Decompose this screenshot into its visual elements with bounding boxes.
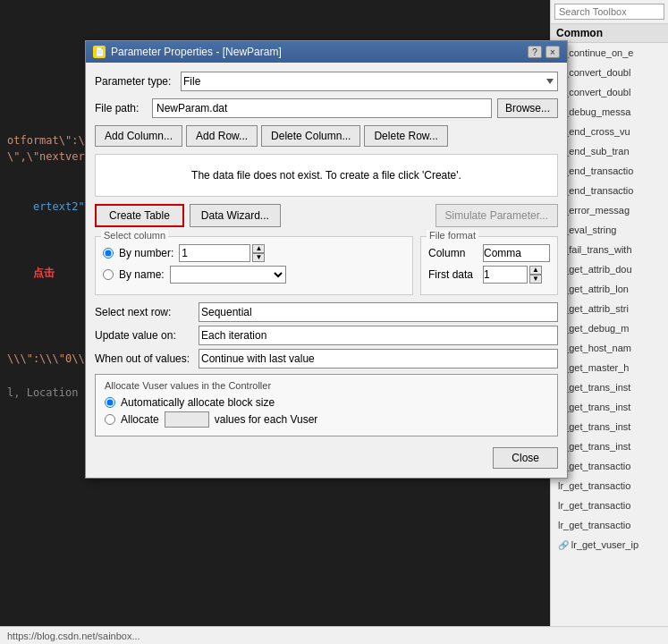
param-type-label: Parameter type:: [95, 75, 175, 88]
first-data-input[interactable]: [483, 266, 528, 284]
select-next-row-select[interactable]: Sequential: [199, 302, 558, 322]
close-dialog-button[interactable]: Close: [493, 447, 558, 469]
sidebar-item-9[interactable]: lr_eval_string: [551, 220, 668, 240]
filepath-row: File path: NewParam.dat Browse...: [95, 98, 558, 118]
data-wizard-button[interactable]: Data Wizard...: [190, 204, 281, 227]
parameter-properties-dialog: 📄 Parameter Properties - [NewParam] ? × …: [85, 40, 568, 479]
select-column-box: Select column By number: ▲ ▼ By name:: [95, 236, 413, 295]
manual-allocate-row: Allocate values for each Vuser: [105, 411, 548, 428]
when-out-select[interactable]: Continue with last value: [199, 349, 558, 369]
by-name-select[interactable]: [170, 266, 286, 284]
url-text: https://blog.csdn.net/sainbox...: [7, 631, 140, 641]
add-row-button[interactable]: Add Row...: [186, 125, 258, 147]
column-format-label: Column: [428, 247, 478, 259]
sidebar-items-list: lr_continue_on_e lr_convert_doubl lr_con…: [551, 43, 668, 644]
by-number-input[interactable]: [179, 244, 250, 262]
column-format-row: Column Comma: [428, 244, 550, 262]
sidebar-category-common: Common: [551, 24, 668, 43]
update-value-label: Update value on:: [95, 329, 193, 342]
select-next-row-label: Select next row:: [95, 306, 193, 318]
filepath-select[interactable]: NewParam.dat: [152, 98, 492, 118]
sidebar-item-4[interactable]: lr_end_cross_vu: [551, 122, 668, 141]
file-format-title: File format: [427, 230, 478, 241]
toolbar-row: Add Column... Add Row... Delete Column..…: [95, 125, 558, 147]
search-toolbox-input[interactable]: [554, 4, 664, 20]
param-type-select[interactable]: File: [181, 72, 558, 91]
sidebar-item-13[interactable]: lr_get_attrib_stri: [551, 299, 668, 318]
file-format-box: File format Column Comma First data ▲ ▼: [420, 236, 558, 295]
dialog-body: Parameter type: File File path: NewParam…: [86, 63, 567, 478]
column-format-select[interactable]: Comma: [483, 244, 550, 262]
sidebar-item-18[interactable]: lr_get_trans_inst: [551, 397, 668, 417]
sidebar-item-21[interactable]: lr_get_transactio: [551, 456, 668, 476]
bottom-section: Select next row: Sequential Update value…: [95, 302, 558, 369]
first-data-spin-down[interactable]: ▼: [529, 275, 542, 284]
sidebar-item-2[interactable]: lr_convert_doubl: [551, 82, 668, 102]
sidebar-item-17[interactable]: lr_get_trans_inst: [551, 377, 668, 397]
allocate-value-input[interactable]: [165, 411, 209, 428]
spin-down-button[interactable]: ▼: [252, 253, 265, 262]
simulate-param-button: Simulate Parameter...: [435, 204, 558, 227]
two-col-section: Select column By number: ▲ ▼ By name:: [95, 236, 558, 295]
sidebar-item-6[interactable]: lr_end_transactio: [551, 161, 668, 181]
first-data-row: First data ▲ ▼: [428, 266, 550, 284]
sidebar-item-0[interactable]: lr_continue_on_e: [551, 43, 668, 63]
sidebar-item-12[interactable]: lr_get_attrib_lon: [551, 279, 668, 299]
update-value-row: Update value on: Each iteration: [95, 326, 558, 345]
first-data-spin-buttons: ▲ ▼: [529, 266, 542, 284]
dialog-title-left: 📄 Parameter Properties - [NewParam]: [93, 46, 282, 58]
delete-column-button[interactable]: Delete Column...: [261, 125, 360, 147]
add-column-button[interactable]: Add Column...: [95, 125, 182, 147]
close-row: Close: [95, 444, 558, 469]
sidebar-item-10[interactable]: lr_fail_trans_with: [551, 240, 668, 259]
by-number-label: By number:: [119, 247, 173, 259]
delete-row-button[interactable]: Delete Row...: [364, 125, 447, 147]
when-out-row: When out of values: Continue with last v…: [95, 349, 558, 369]
param-type-row: Parameter type: File: [95, 72, 558, 91]
manual-allocate-radio[interactable]: [105, 414, 115, 425]
dialog-title-text: Parameter Properties - [NewParam]: [111, 46, 282, 58]
auto-allocate-radio[interactable]: [105, 397, 115, 408]
first-data-spin: ▲ ▼: [483, 266, 542, 284]
by-name-row: By name:: [103, 266, 405, 284]
sidebar-item-16[interactable]: lr_get_master_h: [551, 358, 668, 377]
url-bar: https://blog.csdn.net/sainbox...: [0, 626, 668, 644]
spin-up-button[interactable]: ▲: [252, 244, 265, 253]
action-row: Create Table Data Wizard... Simulate Par…: [95, 204, 558, 227]
by-number-radio[interactable]: [103, 248, 114, 258]
dialog-title-icon: 📄: [93, 46, 106, 58]
manual-allocate-suffix: values for each Vuser: [215, 413, 318, 426]
dialog-title-buttons: ? ×: [528, 46, 560, 58]
sidebar-search-container: [551, 0, 668, 24]
help-button[interactable]: ?: [528, 46, 542, 58]
first-data-label: First data: [428, 268, 478, 281]
sidebar-item-25[interactable]: lr_get_vuser_ip: [551, 535, 668, 555]
by-number-row: By number: ▲ ▼: [103, 244, 405, 262]
first-data-spin-up[interactable]: ▲: [529, 266, 542, 275]
create-table-button[interactable]: Create Table: [95, 204, 184, 227]
by-name-radio[interactable]: [103, 269, 114, 280]
sidebar-item-1[interactable]: lr_convert_doubl: [551, 63, 668, 82]
sidebar-item-22[interactable]: lr_get_transactio: [551, 476, 668, 496]
by-number-spin: ▲ ▼: [179, 244, 265, 262]
sidebar-item-24[interactable]: lr_get_transactio: [551, 515, 668, 535]
sidebar-item-14[interactable]: lr_get_debug_m: [551, 318, 668, 338]
when-out-label: When out of values:: [95, 352, 193, 365]
close-title-button[interactable]: ×: [545, 46, 560, 58]
browse-button[interactable]: Browse...: [497, 98, 558, 118]
sidebar-item-3[interactable]: lr_debug_messa: [551, 102, 668, 122]
update-value-select[interactable]: Each iteration: [199, 326, 558, 345]
sidebar-item-20[interactable]: lr_get_trans_inst: [551, 436, 668, 456]
allocate-title: Allocate Vuser values in the Controller: [105, 380, 548, 391]
info-box: The data file does not exist. To create …: [95, 154, 558, 197]
sidebar-item-11[interactable]: lr_get_attrib_dou: [551, 259, 668, 279]
by-name-label: By name:: [119, 268, 165, 281]
sidebar-item-7[interactable]: lr_end_transactio: [551, 181, 668, 200]
sidebar-item-8[interactable]: lr_error_messag: [551, 200, 668, 220]
select-column-title: Select column: [101, 230, 168, 241]
sidebar-item-23[interactable]: lr_get_transactio: [551, 496, 668, 515]
filepath-label: File path:: [95, 102, 147, 114]
sidebar-item-15[interactable]: lr_get_host_nam: [551, 338, 668, 358]
sidebar-item-5[interactable]: lr_end_sub_tran: [551, 141, 668, 161]
sidebar-item-19[interactable]: lr_get_trans_inst: [551, 417, 668, 436]
